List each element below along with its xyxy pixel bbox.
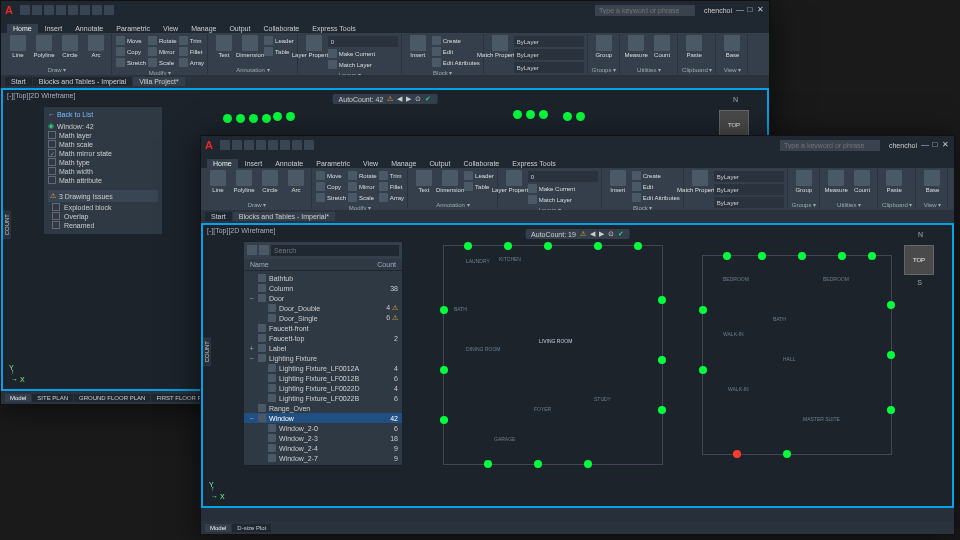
checkbox-icon[interactable] <box>48 167 56 175</box>
count-search-input[interactable] <box>271 245 399 256</box>
dimension-button[interactable]: Dimension <box>438 170 462 193</box>
ribbon-tab-parametric[interactable]: Parametric <box>310 159 356 168</box>
tree-row[interactable]: Faucett-top2 <box>244 333 402 343</box>
layer-combo[interactable]: 0 <box>328 36 398 47</box>
ribbon-tab-view[interactable]: View <box>157 24 184 33</box>
layout-tab[interactable]: D-size Plot <box>232 524 271 532</box>
file-tab-start[interactable]: Start <box>5 77 32 86</box>
user-label[interactable]: chenchoi <box>704 7 732 14</box>
tree-row[interactable]: Lighting Fixture_LF0022D4 <box>244 383 402 393</box>
ribbon-tab-output[interactable]: Output <box>423 159 456 168</box>
ribbon-tab-annotate[interactable]: Annotate <box>69 24 109 33</box>
next-icon[interactable]: ▶ <box>406 95 411 103</box>
tree-row[interactable]: Column38 <box>244 283 402 293</box>
color-combo[interactable]: ByLayer <box>514 36 584 47</box>
match-check-row[interactable]: Math attribute <box>48 176 158 184</box>
file-tab-blocks[interactable]: Blocks and Tables - Imperial <box>33 77 132 86</box>
file-tab-blocks[interactable]: Blocks and Tables - Imperial* <box>233 212 335 221</box>
arc-button[interactable]: Arc <box>84 35 108 58</box>
measure-button[interactable]: Measure <box>624 35 648 58</box>
stretch-button[interactable]: Stretch <box>116 57 146 68</box>
fillet-button[interactable]: Fillet <box>179 46 204 57</box>
ribbon-tab-collaborate[interactable]: Collaborate <box>257 24 305 33</box>
tree-row[interactable]: Window_2-06 <box>244 423 402 433</box>
tree-row[interactable]: Range_Oven <box>244 403 402 413</box>
tree-row[interactable]: −Door <box>244 293 402 303</box>
issue-row[interactable]: Renamed <box>48 221 158 229</box>
ribbon-tab-output[interactable]: Output <box>223 24 256 33</box>
issues-header[interactable]: ⚠3 Drawing Issues <box>48 190 158 202</box>
ribbon-tab-home[interactable]: Home <box>207 159 238 168</box>
match-properties-button[interactable]: Match Properties <box>688 170 712 193</box>
count-button[interactable]: Count <box>850 170 874 193</box>
match-check-row[interactable]: Math scale <box>48 140 158 148</box>
group-button[interactable]: Group <box>592 35 616 58</box>
ucs-icon[interactable]: → XY <box>211 493 225 500</box>
insert-button[interactable]: Insert <box>606 170 630 193</box>
expander-icon[interactable]: − <box>248 355 255 362</box>
ribbon-tab-insert[interactable]: Insert <box>239 159 269 168</box>
copy-button[interactable]: Copy <box>116 46 146 57</box>
col-count[interactable]: Count <box>377 261 396 268</box>
ribbon-tab-annotate[interactable]: Annotate <box>269 159 309 168</box>
view-label[interactable]: [-][Top][2D Wireframe] <box>207 227 275 234</box>
circle-button[interactable]: Circle <box>58 35 82 58</box>
checkbox-icon[interactable]: ✓ <box>48 149 56 157</box>
layout-tab-model[interactable]: Model <box>205 524 231 532</box>
checkbox-icon[interactable] <box>48 176 56 184</box>
match-check-row[interactable]: Math layer <box>48 131 158 139</box>
tree-row[interactable]: −Lighting Fixture <box>244 353 402 363</box>
tree-row[interactable]: Bathtub <box>244 273 402 283</box>
tree-row[interactable]: −Window42 <box>244 413 402 423</box>
ribbon-tab-express[interactable]: Express Tools <box>306 24 361 33</box>
search-input[interactable] <box>780 140 880 151</box>
measure-button[interactable]: Measure <box>824 170 848 193</box>
count-toolbar[interactable]: AutoCount: 42 ⚠ ◀ ▶ ⊙ ✔ <box>333 94 438 104</box>
make-current-button[interactable]: Make Current <box>328 48 398 59</box>
count-palette-tab[interactable]: COUNT <box>3 210 11 239</box>
text-button[interactable]: Text <box>212 35 236 58</box>
ucs-icon[interactable]: → XY <box>11 376 25 383</box>
tree-row[interactable]: Window_2-318 <box>244 433 402 443</box>
expander-icon[interactable]: − <box>248 295 255 302</box>
circle-button[interactable]: Circle <box>258 170 282 193</box>
checkbox-icon[interactable] <box>48 131 56 139</box>
issue-row[interactable]: Exploded block <box>48 203 158 211</box>
check-icon[interactable]: ✔ <box>618 230 624 238</box>
ribbon-tab-view[interactable]: View <box>357 159 384 168</box>
line-button[interactable]: Line <box>206 170 230 193</box>
ribbon-tab-collaborate[interactable]: Collaborate <box>457 159 505 168</box>
tree-row[interactable]: Window_2-79 <box>244 453 402 463</box>
search-input[interactable] <box>595 5 695 16</box>
table-button[interactable]: Table <box>264 46 294 57</box>
rotate-button[interactable]: Rotate <box>148 35 177 46</box>
match-layer-button[interactable]: Match Layer <box>328 59 398 70</box>
refresh-icon[interactable] <box>247 245 257 255</box>
quick-access-toolbar[interactable] <box>20 5 114 15</box>
match-check-row[interactable]: Math width <box>48 167 158 175</box>
tree-row[interactable]: Faucett-front <box>244 323 402 333</box>
zoom-icon[interactable]: ⊙ <box>608 230 614 238</box>
file-tab-villa[interactable]: Villa Project* <box>133 77 185 86</box>
trim-button[interactable]: Trim <box>179 35 204 46</box>
checkbox-icon[interactable] <box>48 140 56 148</box>
viewcube[interactable]: TOP <box>904 245 934 275</box>
ribbon-tab-manage[interactable]: Manage <box>185 24 222 33</box>
view-label[interactable]: [-][Top][2D Wireframe] <box>7 92 75 99</box>
ribbon-tab-express[interactable]: Express Tools <box>506 159 561 168</box>
layout-tab-model[interactable]: Model <box>5 394 31 402</box>
create-block-button[interactable]: Create <box>432 35 480 46</box>
ribbon-tab-parametric[interactable]: Parametric <box>110 24 156 33</box>
tree-row[interactable]: Lighting Fixture_LF0022B6 <box>244 393 402 403</box>
prev-icon[interactable]: ◀ <box>590 230 595 238</box>
help-search[interactable] <box>780 140 880 151</box>
count-palette-tab[interactable]: COUNT <box>203 337 211 366</box>
tree-row[interactable]: +Label <box>244 343 402 353</box>
checkbox-icon[interactable] <box>48 158 56 166</box>
base-button[interactable]: Base <box>720 35 744 58</box>
edit-attributes-button[interactable]: Edit Attributes <box>432 57 480 68</box>
text-button[interactable]: Text <box>412 170 436 193</box>
help-search[interactable] <box>595 5 695 16</box>
check-icon[interactable]: ✔ <box>425 95 431 103</box>
tree-row[interactable]: Lighting Fixture_LF0012B6 <box>244 373 402 383</box>
